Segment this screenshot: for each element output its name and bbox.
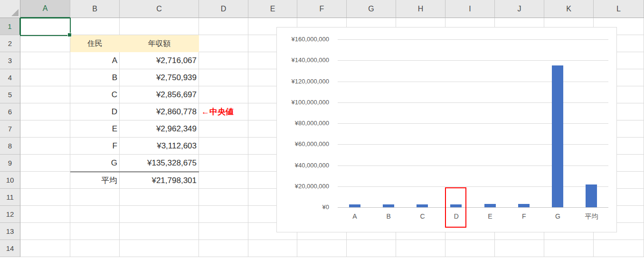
column-header-F[interactable]: F — [297, 0, 347, 18]
row-header-7[interactable]: 7 — [0, 120, 20, 138]
y-axis-tick-label: ¥80,000,000 — [277, 120, 329, 127]
gridline-horizontal — [338, 144, 608, 145]
bar-E[interactable] — [484, 204, 496, 207]
cell-D6-median-annotation[interactable]: ←中央値 — [201, 103, 234, 120]
bar-F[interactable] — [518, 204, 530, 207]
cell-B7-resident[interactable]: E — [70, 120, 120, 138]
x-axis-label-A: A — [338, 212, 372, 221]
y-axis-tick-label: ¥120,000,000 — [277, 78, 329, 85]
gridline-horizontal — [338, 102, 608, 103]
column-header-L[interactable]: L — [594, 0, 644, 18]
row-header-14[interactable]: 14 — [0, 240, 20, 257]
x-axis-label-B: B — [371, 212, 406, 221]
column-header-I[interactable]: I — [445, 0, 495, 18]
column-header-G[interactable]: G — [347, 0, 396, 18]
cell-B2-resident-header[interactable]: 住民 — [70, 35, 120, 52]
cell-C6-income[interactable]: ¥2,860,778 — [120, 103, 199, 120]
y-axis-tick-label: ¥0 — [277, 203, 329, 211]
row-header-1[interactable]: 1 — [0, 18, 20, 35]
y-axis-tick-label: ¥40,000,000 — [277, 162, 329, 169]
cell-C3-income[interactable]: ¥2,716,067 — [120, 52, 199, 69]
spreadsheet-app: ABCDEFGHIJKL 1234567891011121314 住民 年収額 … — [0, 0, 644, 258]
select-all-triangle-icon — [11, 9, 19, 16]
row-header-11[interactable]: 11 — [0, 189, 20, 206]
y-axis-tick-label: ¥20,000,000 — [277, 183, 329, 190]
chart-plot-area — [338, 39, 608, 207]
gridline-horizontal — [338, 186, 608, 187]
gridline-vertical — [248, 18, 248, 257]
y-axis-tick-label: ¥160,000,000 — [277, 36, 329, 43]
highlight-box-category-D[interactable] — [445, 187, 466, 228]
cell-B6-resident[interactable]: D — [70, 103, 120, 120]
bar-A[interactable] — [349, 204, 360, 207]
column-header-E[interactable]: E — [248, 0, 297, 18]
cell-B9-resident[interactable]: G — [70, 155, 120, 172]
cell-C2-income-header[interactable]: 年収額 — [120, 35, 199, 52]
column-header-B[interactable]: B — [70, 0, 120, 18]
cell-B4-resident[interactable]: B — [70, 69, 120, 86]
gridline-horizontal — [338, 39, 608, 40]
column-header-J[interactable]: J — [495, 0, 544, 18]
x-axis-line — [338, 207, 608, 208]
cell-C4-income[interactable]: ¥2,750,939 — [120, 69, 199, 86]
y-axis-tick-label: ¥60,000,000 — [277, 140, 329, 148]
select-all-corner[interactable] — [0, 0, 20, 18]
column-header-K[interactable]: K — [544, 0, 594, 18]
row-header-8[interactable]: 8 — [0, 138, 20, 155]
column-headers: ABCDEFGHIJKL — [20, 0, 644, 18]
x-axis-label-平均: 平均 — [575, 212, 609, 221]
x-axis-label-E: E — [473, 212, 507, 221]
bar-平均[interactable] — [586, 184, 597, 207]
gridline-horizontal — [338, 123, 608, 124]
gridline-horizontal — [338, 60, 608, 61]
row-header-6[interactable]: 6 — [0, 103, 20, 120]
y-axis-tick-label: ¥100,000,000 — [277, 99, 329, 106]
cell-B3-resident[interactable]: A — [70, 52, 120, 69]
cell-C9-income[interactable]: ¥135,328,675 — [120, 155, 199, 172]
row-header-4[interactable]: 4 — [0, 69, 20, 86]
row-header-9[interactable]: 9 — [0, 155, 20, 172]
cell-C10-income[interactable]: ¥21,798,301 — [120, 172, 199, 189]
row-header-12[interactable]: 12 — [0, 206, 20, 223]
row-header-13[interactable]: 13 — [0, 223, 20, 240]
cell-B5-resident[interactable]: C — [70, 86, 120, 103]
column-header-H[interactable]: H — [396, 0, 445, 18]
cell-C5-income[interactable]: ¥2,856,697 — [120, 86, 199, 103]
cell-B10-resident[interactable]: 平均 — [70, 172, 120, 189]
row-header-2[interactable]: 2 — [0, 35, 20, 52]
bar-B[interactable] — [383, 204, 394, 207]
gridline-horizontal — [338, 82, 608, 82]
row-header-3[interactable]: 3 — [0, 52, 20, 69]
column-header-C[interactable]: C — [120, 0, 199, 18]
cell-C7-income[interactable]: ¥2,962,349 — [120, 120, 199, 138]
bar-C[interactable] — [417, 204, 428, 207]
column-header-A[interactable]: A — [20, 0, 70, 18]
gridline-horizontal — [338, 166, 608, 166]
x-axis-label-G: G — [541, 212, 575, 221]
bar-G[interactable] — [552, 65, 563, 207]
y-axis-tick-label: ¥140,000,000 — [277, 56, 329, 64]
row-header-10[interactable]: 10 — [0, 172, 20, 189]
row-headers: 1234567891011121314 — [0, 18, 20, 257]
cell-B8-resident[interactable]: F — [70, 138, 120, 155]
bar-chart[interactable]: ¥160,000,000¥140,000,000¥120,000,000¥100… — [276, 27, 617, 232]
column-header-D[interactable]: D — [199, 0, 248, 18]
x-axis-label-F: F — [507, 212, 541, 221]
x-axis-label-C: C — [406, 212, 440, 221]
cell-C8-income[interactable]: ¥3,112,603 — [120, 138, 199, 155]
row-header-5[interactable]: 5 — [0, 86, 20, 103]
